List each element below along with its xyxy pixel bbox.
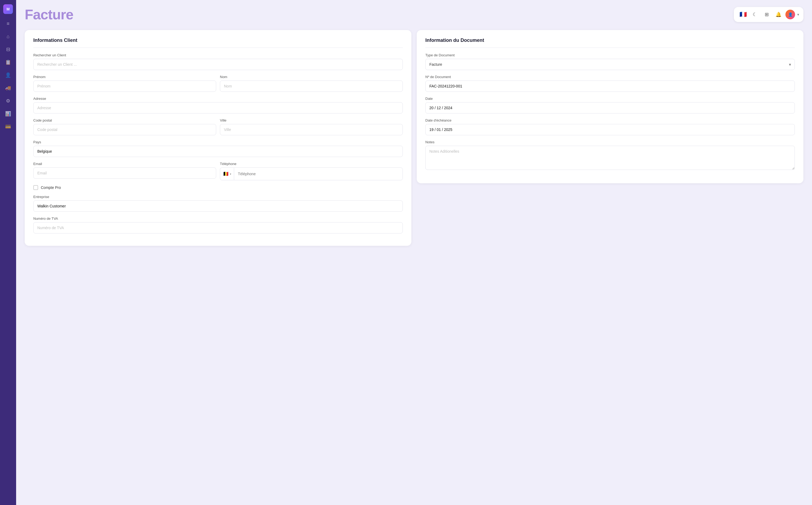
notes-textarea[interactable] — [425, 146, 795, 170]
email-label: Email — [33, 162, 216, 166]
page-title: Facture — [25, 6, 73, 22]
search-label: Rechercher un Client — [33, 53, 403, 57]
date-label: Date — [425, 97, 795, 101]
phone-flag-button[interactable]: 🇧🇪 ▾ — [220, 168, 234, 180]
search-input[interactable] — [33, 59, 403, 70]
avatar[interactable]: 👤 — [785, 10, 795, 19]
nom-label: Nom — [220, 75, 403, 79]
entreprise-group: Entreprise — [33, 195, 403, 212]
ville-label: Ville — [220, 118, 403, 122]
app-logo[interactable]: M — [3, 4, 13, 14]
header: Facture 🇫🇷 ☾ ⊞ 🔔 👤 ▾ — [25, 6, 803, 22]
code-postal-input[interactable] — [33, 124, 216, 135]
ville-input[interactable] — [220, 124, 403, 135]
avatar-initials: 👤 — [788, 12, 793, 17]
ville-group: Ville — [220, 118, 403, 135]
dark-mode-button[interactable]: ☾ — [750, 10, 760, 19]
tva-input[interactable] — [33, 222, 403, 233]
nom-group: Nom — [220, 75, 403, 92]
echeance-input[interactable] — [425, 124, 795, 135]
sidebar: M ≡ ⌂ ⊟ 📋 👤 🚚 ⚙ 📊 💳 — [0, 0, 16, 505]
document-info-card: Information du Document Type de Document… — [417, 30, 803, 183]
tva-label: Numéro de TVA — [33, 216, 403, 220]
compte-pro-checkbox[interactable] — [33, 185, 38, 190]
telephone-label: Téléphone — [220, 162, 403, 166]
tva-group: Numéro de TVA — [33, 216, 403, 233]
notification-button[interactable]: 🔔 — [774, 10, 783, 19]
menu-icon[interactable]: ≡ — [5, 20, 11, 27]
main-content: Facture 🇫🇷 ☾ ⊞ 🔔 👤 ▾ Informations Client — [16, 0, 812, 505]
echeance-label: Date d'échéance — [425, 118, 795, 122]
belgium-flag-icon: 🇧🇪 — [223, 171, 229, 177]
grid-button[interactable]: ⊞ — [762, 10, 772, 19]
flag-button[interactable]: 🇫🇷 — [738, 10, 748, 19]
email-group: Email — [33, 162, 216, 180]
home-icon[interactable]: ⌂ — [5, 33, 11, 40]
search-group: Rechercher un Client — [33, 53, 403, 70]
notes-group: Notes — [425, 140, 795, 171]
moon-icon: ☾ — [753, 12, 757, 17]
echeance-group: Date d'échéance — [425, 118, 795, 135]
document-card-title: Information du Document — [425, 37, 795, 48]
adresse-input[interactable] — [33, 102, 403, 114]
table-icon[interactable]: ⊟ — [5, 46, 11, 52]
adresse-group: Adresse — [33, 97, 403, 114]
type-doc-select-wrapper: Facture Devis Bon de commande — [425, 59, 795, 70]
notes-label: Notes — [425, 140, 795, 144]
entreprise-label: Entreprise — [33, 195, 403, 199]
pays-group: Pays — [33, 140, 403, 157]
chart-icon[interactable]: 📊 — [5, 111, 11, 117]
date-input[interactable] — [425, 102, 795, 114]
pays-input[interactable] — [33, 146, 403, 157]
email-input[interactable] — [33, 167, 216, 179]
compte-pro-group: Compte Pro — [33, 185, 403, 190]
postal-ville-row: Code postal Ville — [33, 118, 403, 140]
prenom-nom-row: Prénom Nom — [33, 75, 403, 97]
type-doc-group: Type de Document Facture Devis Bon de co… — [425, 53, 795, 70]
france-flag-icon: 🇫🇷 — [739, 11, 747, 18]
adresse-label: Adresse — [33, 97, 403, 101]
email-tel-row: Email Téléphone 🇧🇪 ▾ — [33, 162, 403, 185]
type-doc-select[interactable]: Facture Devis Bon de commande — [425, 59, 795, 70]
telephone-group: Téléphone 🇧🇪 ▾ — [220, 162, 403, 180]
bell-icon: 🔔 — [776, 12, 781, 17]
nom-input[interactable] — [220, 80, 403, 92]
type-doc-label: Type de Document — [425, 53, 795, 57]
phone-input-wrapper: 🇧🇪 ▾ — [220, 167, 403, 180]
header-controls: 🇫🇷 ☾ ⊞ 🔔 👤 ▾ — [734, 7, 803, 22]
date-group: Date — [425, 97, 795, 114]
client-card-title: Informations Client — [33, 37, 403, 48]
prenom-input[interactable] — [33, 80, 216, 92]
numero-doc-label: Nº de Document — [425, 75, 795, 79]
document-icon[interactable]: 📋 — [5, 59, 11, 65]
form-layout: Informations Client Rechercher un Client… — [25, 30, 803, 246]
client-info-card: Informations Client Rechercher un Client… — [25, 30, 411, 246]
numero-doc-group: Nº de Document — [425, 75, 795, 92]
grid-icon: ⊞ — [765, 12, 769, 17]
code-postal-label: Code postal — [33, 118, 216, 122]
phone-chevron-icon: ▾ — [230, 173, 231, 175]
numero-doc-input[interactable] — [425, 80, 795, 92]
prenom-group: Prénom — [33, 75, 216, 92]
chevron-down-icon[interactable]: ▾ — [797, 12, 799, 17]
users-icon[interactable]: 👤 — [5, 72, 11, 78]
code-postal-group: Code postal — [33, 118, 216, 135]
compte-pro-label[interactable]: Compte Pro — [41, 185, 61, 190]
card-icon[interactable]: 💳 — [5, 124, 11, 130]
settings-icon[interactable]: ⚙ — [5, 98, 11, 104]
truck-icon[interactable]: 🚚 — [5, 85, 11, 91]
prenom-label: Prénom — [33, 75, 216, 79]
phone-input[interactable] — [234, 169, 403, 179]
entreprise-input[interactable] — [33, 200, 403, 212]
pays-label: Pays — [33, 140, 403, 144]
